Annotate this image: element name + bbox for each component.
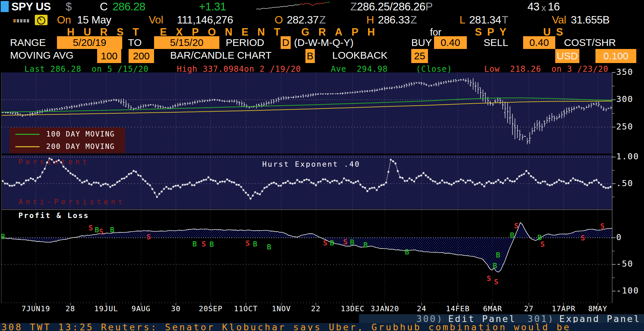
svg-text:S: S bbox=[487, 274, 491, 283]
low-label: L bbox=[459, 14, 465, 26]
period-options: (D-W-M-Q-Y) bbox=[294, 36, 354, 49]
svg-text:B: B bbox=[405, 248, 409, 256]
ma200-label: 200 DAY MOVING bbox=[46, 143, 115, 151]
svg-text:B: B bbox=[253, 240, 257, 248]
high-group: H 286.33 Z bbox=[366, 14, 417, 26]
x-axis-tick-label: 11OCT bbox=[234, 305, 258, 313]
svg-text:B: B bbox=[350, 238, 354, 246]
moving-avg-2-field[interactable]: 200 bbox=[129, 49, 154, 63]
volume-value: 111,146,276 bbox=[177, 14, 233, 26]
currency-symbol: $ bbox=[66, 1, 72, 13]
svg-text:B: B bbox=[330, 239, 334, 247]
expand-panel-number: 301) bbox=[527, 314, 555, 324]
moving-avg-label: MOVING AVG bbox=[10, 49, 73, 62]
svg-text:S: S bbox=[600, 222, 604, 230]
high-condition-code: Z bbox=[410, 14, 417, 26]
pnl-panel-label: Profit & Loss bbox=[18, 211, 89, 220]
val-group: Val 31.655B bbox=[552, 14, 610, 26]
moving-avg-1-field[interactable]: 100 bbox=[97, 49, 121, 63]
moving-average-legend: 100 DAY MOVING 200 DAY MOVING bbox=[9, 127, 125, 153]
x-axis-tick-label: 1NOV bbox=[272, 305, 291, 313]
svg-text:B: B bbox=[363, 241, 368, 249]
svg-text:S: S bbox=[99, 227, 103, 236]
y-axis-tick-label: 350 bbox=[616, 67, 633, 77]
news-ticker-bar[interactable]: 308 TWT 13:25 Reuters: Senator Klobuchar… bbox=[0, 323, 644, 331]
edit-panel-label: Edit Panel bbox=[448, 314, 516, 324]
legend-row-ma100: 100 DAY MOVING bbox=[9, 128, 125, 140]
y-axis-tick-label: .50 bbox=[616, 178, 633, 188]
svg-text:S: S bbox=[245, 239, 250, 247]
svg-text:B: B bbox=[95, 226, 99, 234]
y-axis-tick-label: 1.00 bbox=[616, 152, 639, 161]
y-axis-tick-label: -50 bbox=[616, 259, 633, 269]
close-label: C bbox=[100, 1, 108, 13]
period-field[interactable]: D bbox=[281, 36, 291, 49]
edit-panel-button[interactable]: 300) Edit Panel bbox=[416, 314, 516, 324]
range-label: RANGE bbox=[10, 36, 46, 49]
x-axis-tick-label: 3JAN20 bbox=[370, 305, 399, 313]
stat-average: Ave 294.98 bbox=[331, 64, 388, 74]
val-label: Val bbox=[552, 14, 566, 26]
svg-text:S: S bbox=[514, 222, 518, 230]
anti-persistent-label: Anti-Persistent bbox=[18, 198, 125, 206]
on-label: On bbox=[57, 14, 71, 26]
ma100-label: 100 DAY MOVING bbox=[46, 130, 115, 138]
ma100-line-swatch bbox=[15, 134, 40, 135]
ask-size: 16 bbox=[548, 1, 560, 14]
bid-ask-group: Z 286.25/286.26 P bbox=[350, 1, 433, 13]
x-axis-tick-label: 27 bbox=[524, 305, 534, 313]
open-condition-code: Z bbox=[319, 14, 326, 26]
persistent-label: Persistent bbox=[18, 158, 89, 166]
x-axis-tick-label: 17APR bbox=[552, 305, 575, 313]
chart-type-label: BAR/CANDLE CHART bbox=[170, 49, 272, 62]
svg-text:S: S bbox=[343, 238, 348, 246]
sell-threshold-field[interactable]: 0.40 bbox=[523, 36, 555, 49]
panel-action-bar: 300) Edit Panel 301) Expand Panel bbox=[359, 314, 644, 323]
y-axis-tick-label: 300 bbox=[616, 95, 633, 104]
buy-label: BUY bbox=[411, 36, 432, 49]
cost-value-field[interactable]: 0.100 bbox=[595, 49, 636, 63]
bid-prefix: Z bbox=[350, 1, 357, 13]
y-axis-tick-label: -100 bbox=[616, 286, 639, 295]
range-end-field[interactable]: 5/15/20 bbox=[154, 36, 219, 49]
sell-label: SELL bbox=[484, 36, 508, 49]
svg-text:B: B bbox=[110, 226, 114, 234]
bid-ask-size: 43 x 16 bbox=[527, 1, 560, 14]
bid-ask: 286.25/286.26 bbox=[357, 1, 426, 13]
currency-field[interactable]: USD bbox=[555, 49, 579, 63]
open-group: O 282.37 Z bbox=[275, 14, 326, 26]
svg-text:S: S bbox=[323, 239, 328, 247]
stat-last: Last 286.28 on 5 /15/20 bbox=[24, 64, 149, 74]
chart-type-field[interactable]: B bbox=[305, 49, 315, 63]
bid-size: 43 bbox=[527, 1, 540, 14]
x-axis-tick-label: 24 bbox=[417, 305, 427, 313]
open-value: 282.37 bbox=[287, 14, 318, 26]
high-label: H bbox=[366, 14, 374, 26]
x-axis-tick-label: 30 bbox=[171, 305, 181, 313]
period-label: PERIOD bbox=[226, 36, 264, 49]
low-group: L 281.34 T bbox=[459, 14, 508, 26]
lookback-label: LOOKBACK bbox=[332, 49, 387, 62]
legend-row-ma200: 200 DAY MOVING bbox=[9, 141, 125, 152]
x-axis-tick-label: 20SEP bbox=[199, 305, 222, 313]
stat-close-note: (Close) bbox=[416, 64, 452, 74]
svg-text:B: B bbox=[510, 231, 514, 239]
x-axis-tick-label: 28 bbox=[66, 305, 75, 313]
range-start-field[interactable]: 5/20/19 bbox=[57, 36, 122, 49]
y-axis-tick-label: 0 bbox=[616, 232, 622, 242]
x-axis-tick-label: 14FEB bbox=[446, 305, 470, 313]
x-axis-tick-label: 7JUN19 bbox=[21, 305, 50, 313]
svg-text:S: S bbox=[147, 233, 151, 241]
lookback-field[interactable]: 25 bbox=[411, 49, 428, 63]
session-date: 15 May bbox=[77, 14, 111, 26]
hurst-value-annotation: Hurst Exponent .40 bbox=[262, 160, 360, 168]
buy-threshold-field[interactable]: 0.40 bbox=[434, 36, 467, 49]
x-axis-tick-label: 22 bbox=[311, 305, 321, 313]
x-axis-tick-label: 9AUG bbox=[132, 305, 151, 313]
stat-high: High 337.0984on 2 /19/20 bbox=[177, 64, 301, 74]
expand-panel-button[interactable]: 301) Expand Panel bbox=[527, 314, 641, 324]
svg-text:B: B bbox=[267, 243, 271, 251]
ask-suffix: P bbox=[425, 1, 433, 13]
last-price: 286.28 bbox=[113, 1, 145, 13]
expand-panel-label: Expand Panel bbox=[559, 314, 641, 324]
